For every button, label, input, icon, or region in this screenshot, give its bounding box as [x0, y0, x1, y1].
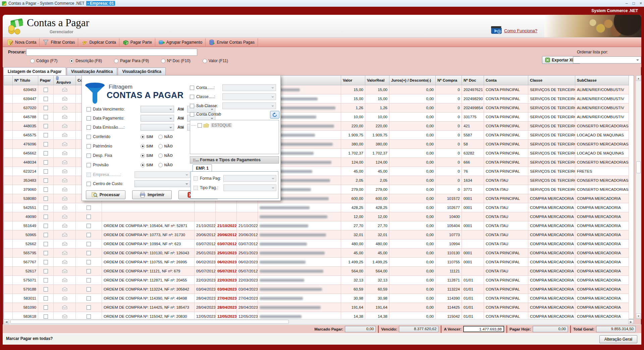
tree-item-estoque[interactable]: ESTOQUE — [192, 123, 279, 128]
pagar-checkbox[interactable] — [44, 187, 48, 192]
vscroll-thumb[interactable] — [636, 161, 641, 173]
column-header-16[interactable]: Classe — [528, 76, 575, 85]
scroll-up-icon[interactable]: ▲ — [636, 76, 641, 81]
yesno-checkbox[interactable] — [87, 135, 91, 139]
archive-icon[interactable] — [62, 288, 67, 292]
conferido-checkbox[interactable] — [87, 278, 91, 282]
dialog-button-processar[interactable]: Processar — [86, 190, 125, 199]
archive-icon[interactable] — [62, 88, 67, 92]
pagar-checkbox[interactable] — [44, 269, 48, 273]
sim-radio[interactable]: SIM — [141, 144, 153, 148]
maximize-icon[interactable]: □ — [633, 0, 635, 7]
tab-2[interactable]: Visualização Gráfica — [118, 68, 166, 75]
archive-icon[interactable] — [62, 143, 67, 147]
archive-icon[interactable] — [62, 116, 67, 120]
vertical-scrollbar[interactable]: ▲ ▼ — [636, 75, 641, 319]
conferido-checkbox[interactable] — [87, 287, 91, 292]
pagar-checkbox[interactable] — [44, 88, 48, 92]
table-row[interactable]: 575071ORDEM DE COMPRA Nº: 112871, NF nº:… — [4, 276, 629, 285]
column-header-15[interactable]: Conta — [484, 76, 528, 85]
search-radio-1[interactable]: Descrição (F8) — [69, 58, 102, 63]
archive-icon[interactable] — [62, 161, 67, 165]
right-filter-checkbox[interactable] — [190, 95, 194, 99]
archive-icon[interactable] — [62, 134, 67, 138]
nao-radio[interactable]: NÃO — [158, 144, 173, 148]
archive-icon[interactable] — [62, 261, 67, 265]
conferido-checkbox[interactable] — [87, 242, 91, 246]
column-header-11[interactable]: ValorReal — [365, 76, 389, 85]
pagar-checkbox[interactable] — [44, 278, 48, 282]
nao-radio[interactable]: NÃO — [158, 163, 173, 167]
conferido-checkbox[interactable] — [87, 224, 91, 228]
pagar-checkbox[interactable] — [44, 224, 48, 228]
pagar-checkbox[interactable] — [44, 296, 48, 301]
right-filter-checkbox[interactable] — [190, 86, 194, 90]
date-from-select[interactable] — [141, 106, 174, 113]
order-by-select[interactable] — [573, 56, 641, 63]
pagar-checkbox[interactable] — [44, 178, 48, 183]
conferido-checkbox[interactable] — [87, 269, 91, 273]
archive-icon[interactable] — [62, 188, 67, 192]
minimize-icon[interactable]: – — [626, 0, 628, 7]
pagar-checkbox[interactable] — [44, 196, 48, 201]
toolbar-button-package[interactable]: Pagar Parte — [119, 38, 155, 46]
scroll-left-icon[interactable]: ◀ — [4, 319, 9, 324]
yesno-checkbox[interactable] — [87, 144, 91, 148]
date-filter-checkbox[interactable] — [87, 125, 91, 130]
column-header-10[interactable]: Valor — [341, 76, 365, 85]
search-radio-2[interactable]: Pagar Para (F9) — [114, 58, 149, 63]
yesno-checkbox[interactable] — [87, 163, 91, 167]
archive-icon[interactable] — [62, 170, 67, 174]
pagar-checkbox[interactable] — [44, 260, 48, 264]
conferido-checkbox[interactable] — [87, 296, 91, 301]
pagar-checkbox[interactable] — [44, 169, 48, 174]
archive-icon[interactable] — [62, 215, 67, 219]
toolbar-button-filter[interactable]: Filtrar Contas — [40, 38, 78, 46]
scroll-down-icon[interactable]: ▼ — [636, 313, 641, 319]
archive-icon[interactable] — [62, 243, 67, 247]
pagar-checkbox[interactable] — [44, 305, 48, 310]
archive-icon[interactable] — [62, 252, 67, 256]
archive-icon[interactable] — [62, 125, 67, 129]
conferido-checkbox[interactable] — [87, 305, 91, 310]
hscroll-thumb[interactable] — [10, 320, 289, 324]
column-header-3[interactable]: Arquivo — [54, 76, 76, 85]
conferido-checkbox[interactable] — [87, 314, 91, 319]
pagar-checkbox[interactable] — [44, 215, 48, 219]
table-row[interactable]: 52662ORDEM DE COMPRA Nº: 10994, NF nº: 6… — [4, 239, 629, 249]
toolbar-button-group-payment[interactable]: Agrupar Pagamento — [155, 38, 206, 46]
sim-radio[interactable]: SIM — [141, 154, 153, 158]
archive-icon[interactable] — [62, 270, 67, 274]
toolbar-button-send-paid[interactable]: Enviar Contas Pagas — [206, 38, 258, 46]
right-filter-checkbox[interactable] — [190, 104, 194, 108]
column-header-12[interactable]: Juros(+) / Desconto(-) — [389, 76, 436, 85]
pagar-checkbox[interactable] — [44, 314, 48, 319]
search-radio-3[interactable]: Nº Doc (F10) — [161, 58, 191, 63]
conta-contab-checkbox[interactable] — [190, 112, 194, 117]
toolbar-button-gold-bars[interactable]: Duplicar Conta — [78, 38, 119, 46]
nao-radio[interactable]: NÃO — [158, 154, 173, 158]
tab-emp-1[interactable]: EMP. 1 — [193, 164, 212, 172]
tab-1[interactable]: Visualização Analítica — [67, 68, 117, 75]
archive-icon[interactable] — [62, 152, 67, 156]
search-radio-0[interactable]: Código (F7) — [30, 58, 57, 63]
pagar-checkbox[interactable] — [44, 142, 48, 146]
toolbar-button-new-note[interactable]: Nova Conta — [4, 38, 40, 46]
alteracao-geral-button[interactable]: Alteração Geral — [599, 335, 637, 343]
table-row[interactable]: 50965ORDEM DE COMPRA Nº: 10773, NF nº: 3… — [4, 230, 629, 239]
video-icon[interactable]: ? — [491, 26, 502, 34]
close-icon[interactable]: × — [640, 0, 642, 7]
conta-contab-tree[interactable]: ESTOQUE — [190, 120, 279, 154]
pagar-checkbox[interactable] — [44, 97, 48, 101]
date-from-select[interactable] — [141, 115, 174, 122]
archive-icon[interactable] — [62, 206, 67, 210]
centro-custo-select[interactable] — [135, 180, 190, 187]
pagar-checkbox[interactable] — [44, 151, 48, 156]
table-row[interactable]: 567767ORDEM DE COMPRA Nº: 110755, NF nº:… — [4, 258, 629, 267]
table-row[interactable]: 542551428,25428,250,001026770001CONTA IT… — [4, 203, 629, 212]
estoque-checkbox[interactable] — [198, 123, 202, 128]
search-input[interactable] — [26, 49, 197, 56]
archive-icon[interactable] — [62, 279, 67, 283]
archive-icon[interactable] — [62, 233, 67, 237]
date-filter-checkbox[interactable] — [87, 107, 91, 112]
